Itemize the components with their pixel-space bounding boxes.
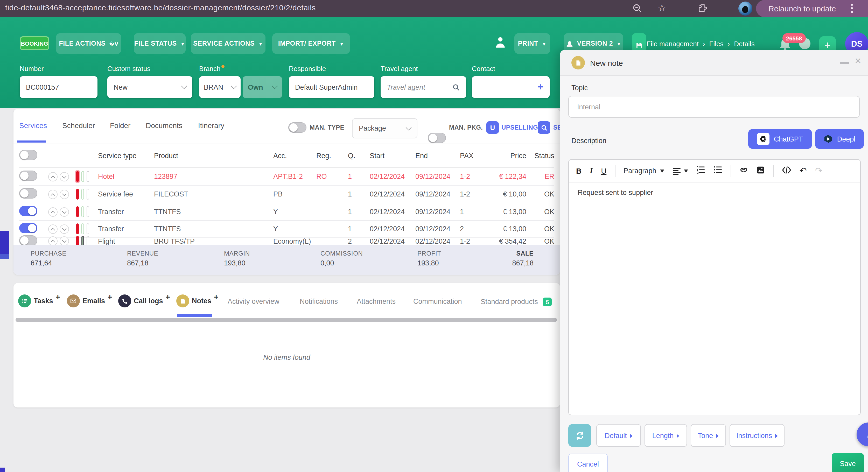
search-icon[interactable] <box>452 83 460 91</box>
tab-folder[interactable]: Folder <box>110 121 130 130</box>
tab-services[interactable]: Services <box>19 121 47 130</box>
select-all-toggle[interactable] <box>19 150 37 160</box>
breadcrumb-files[interactable]: Files <box>709 40 723 48</box>
tab-standard-products[interactable]: Standard products 5 <box>480 297 552 306</box>
row-toggle[interactable] <box>19 188 37 198</box>
deepl-button[interactable]: Deepl <box>815 129 864 149</box>
user-icon[interactable] <box>495 36 505 48</box>
file-status-menu[interactable]: FILE STATUS▼ <box>134 33 186 54</box>
tab-attachments[interactable]: Attachments <box>357 297 396 305</box>
breadcrumb-file-management[interactable]: File management <box>647 40 699 48</box>
move-down-button[interactable] <box>60 237 69 246</box>
package-select[interactable]: Package <box>352 118 417 138</box>
move-up-button[interactable] <box>48 207 58 216</box>
description-editor[interactable]: B I U Paragraph <box>568 159 861 415</box>
save-button[interactable]: Save <box>832 453 864 472</box>
move-down-button[interactable] <box>60 207 69 216</box>
add-call-log-icon[interactable]: + <box>166 292 170 301</box>
row-toggle[interactable] <box>19 235 37 246</box>
minimize-icon[interactable] <box>840 62 849 63</box>
chatgpt-button[interactable]: ChatGPT <box>748 129 812 149</box>
move-up-button[interactable] <box>48 189 58 199</box>
move-down-button[interactable] <box>60 172 69 181</box>
align-select[interactable] <box>672 167 688 175</box>
code-view-button[interactable] <box>782 166 791 176</box>
move-down-button[interactable] <box>60 224 69 233</box>
tab-communication[interactable]: Communication <box>413 297 462 305</box>
address-bar[interactable]: tide-default3468-acceptance.tidesoftware… <box>5 3 316 12</box>
cancel-button[interactable]: Cancel <box>568 453 608 472</box>
zoom-out-icon[interactable] <box>631 3 643 16</box>
regenerate-button[interactable] <box>568 424 591 447</box>
tab-activity-overview[interactable]: Activity overview <box>228 297 279 305</box>
notes-icon <box>176 294 189 307</box>
table-row[interactable]: Transfer TTNTFS Y 1 02/12/2024 09/12/202… <box>19 203 554 221</box>
branch-own-select[interactable]: Own <box>243 76 282 98</box>
insert-link-button[interactable] <box>739 165 748 176</box>
number-input[interactable]: BC000157 <box>20 76 97 98</box>
ai-tone-button[interactable]: Tone <box>691 424 726 447</box>
man-pkg-label: MAN. PKG. <box>449 124 483 131</box>
topic-input[interactable]: Internal <box>568 96 860 118</box>
row-toggle[interactable] <box>19 206 37 216</box>
underline-button[interactable]: U <box>601 167 607 175</box>
paragraph-select[interactable]: Paragraph <box>623 167 664 175</box>
man-pkg-toggle[interactable] <box>428 133 446 143</box>
caret-down-icon <box>684 169 688 172</box>
move-up-button[interactable] <box>48 237 58 246</box>
move-up-button[interactable] <box>48 172 58 181</box>
close-icon[interactable]: ✕ <box>855 57 862 65</box>
tab-tasks[interactable]: Tasks + <box>18 294 60 307</box>
italic-button[interactable]: I <box>590 166 593 175</box>
tab-documents[interactable]: Documents <box>146 121 183 130</box>
import-export-menu[interactable]: IMPORT/ EXPORT▼ <box>272 33 350 54</box>
tab-emails[interactable]: Emails + <box>67 294 112 307</box>
chevron-down-icon <box>181 83 187 89</box>
ai-instructions-button[interactable]: Instructions <box>730 424 784 447</box>
row-toggle[interactable] <box>19 223 37 233</box>
contact-input[interactable]: + <box>472 76 550 98</box>
custom-status-select[interactable]: New <box>107 76 192 98</box>
move-up-button[interactable] <box>48 224 58 233</box>
commission-label: COMMISSION <box>320 250 363 257</box>
tab-notifications[interactable]: Notifications <box>300 297 338 305</box>
tab-notes[interactable]: Notes + <box>176 294 219 307</box>
extensions-icon[interactable] <box>697 3 708 15</box>
add-note-icon[interactable]: + <box>214 292 219 301</box>
responsible-input[interactable]: Default SuperAdmin <box>289 76 374 98</box>
relaunch-button[interactable]: Relaunch to update <box>756 0 868 17</box>
ordered-list-button[interactable] <box>696 166 705 176</box>
move-down-button[interactable] <box>60 189 69 199</box>
undo-button[interactable]: ↶ <box>799 165 807 176</box>
horizontal-scrollbar[interactable] <box>16 318 557 322</box>
service-actions-menu[interactable]: SERVICE ACTIONS▼ <box>191 33 266 54</box>
table-row[interactable]: Hotel 123897 APT.B1-2 RO 1 02/12/2024 09… <box>19 168 554 186</box>
search-services-button[interactable] <box>538 121 550 134</box>
add-contact-icon[interactable]: + <box>538 82 544 93</box>
man-type-toggle[interactable] <box>288 122 306 133</box>
bookmark-star-icon[interactable]: ☆ <box>657 2 666 14</box>
tab-itinerary[interactable]: Itinerary <box>198 121 224 130</box>
branch-select[interactable]: BRAN <box>199 76 241 98</box>
ai-length-button[interactable]: Length <box>645 424 687 447</box>
note-body-text[interactable]: Request sent to supplier <box>578 189 653 196</box>
table-row[interactable]: Service fee FILECOST PB 1 02/12/2024 09/… <box>19 186 554 203</box>
tab-scheduler[interactable]: Scheduler <box>62 121 95 130</box>
required-dot-icon <box>221 65 224 68</box>
breadcrumb-details[interactable]: Details <box>734 40 755 48</box>
bold-button[interactable]: B <box>576 167 582 175</box>
ai-default-button[interactable]: Default <box>596 424 641 447</box>
row-toggle[interactable] <box>19 170 37 181</box>
col-start: Start <box>370 152 415 160</box>
add-task-icon[interactable]: + <box>56 292 60 301</box>
browser-menu-icon[interactable] <box>851 4 853 14</box>
add-email-icon[interactable]: + <box>107 292 112 301</box>
profile-avatar[interactable] <box>738 2 752 15</box>
print-menu[interactable]: PRINT▼ <box>515 33 550 54</box>
upselling-badge[interactable]: U <box>486 121 499 134</box>
travel-agent-input[interactable]: Travel agent <box>381 76 466 98</box>
file-actions-menu[interactable]: FILE ACTIONS�Ⅴ <box>56 33 121 54</box>
bullet-list-button[interactable] <box>713 166 722 176</box>
insert-image-button[interactable] <box>756 166 765 176</box>
tab-call-logs[interactable]: Call logs + <box>118 294 170 307</box>
